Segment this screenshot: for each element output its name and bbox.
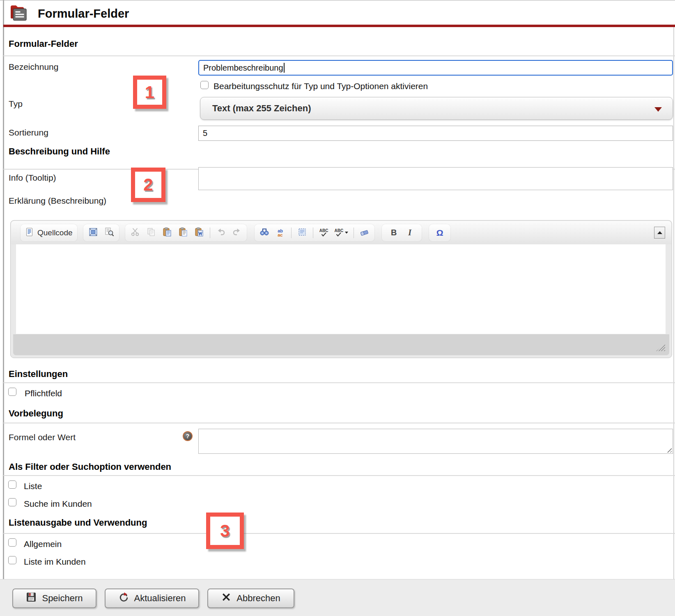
section-title-beschreibung: Beschreibung und Hilfe [9, 146, 110, 157]
redo-icon [232, 227, 242, 239]
text-cursor [284, 63, 285, 73]
annotation-step-3: 3 [206, 513, 244, 549]
help-icon[interactable]: ? [183, 431, 193, 441]
select-all-button[interactable] [297, 226, 308, 240]
section-title-einstellungen: Einstellungen [9, 369, 68, 379]
replace-icon: ab ac [278, 229, 283, 237]
typ-selected-value: Text (max 255 Zeichen) [212, 103, 311, 114]
info-tooltip-label: Info (Tooltip) [9, 173, 56, 183]
collapse-toolbar-icon [657, 231, 662, 234]
refresh-label: Aktualisieren [134, 593, 186, 604]
toolbar-separator [313, 228, 313, 238]
editor-resize-handle[interactable] [656, 344, 665, 351]
cut-button [130, 226, 140, 240]
bezeichnung-value: Problembeschreibung [203, 63, 283, 73]
save-button[interactable]: Speichern [12, 588, 96, 608]
section-divider [3, 475, 675, 476]
section-title-vorbelegung: Vorbelegung [9, 408, 63, 419]
spellcheck-button[interactable]: ABC [319, 226, 329, 240]
page-right-border [673, 27, 674, 579]
section-divider [3, 55, 675, 56]
toolbar-separator [210, 228, 210, 238]
allgemein-label: Allgemein [24, 539, 62, 549]
remove-format-icon [360, 227, 370, 239]
editor-toolbar: Quellcode [11, 221, 671, 244]
special-char-icon: Ω [436, 228, 443, 238]
preview-icon [104, 227, 114, 239]
replace-button[interactable]: ab ac [275, 226, 286, 240]
paste-text-button[interactable] [178, 226, 188, 240]
section-divider [3, 423, 675, 423]
sortierung-label: Sortierung [9, 128, 48, 138]
italic-icon: I [408, 228, 411, 237]
save-label: Speichern [42, 593, 83, 604]
italic-button[interactable]: I [404, 226, 415, 240]
collapse-toolbar-button[interactable] [654, 227, 665, 239]
paste-text-icon [178, 227, 188, 239]
paste-word-icon [194, 227, 204, 239]
formular-felder-page: Formular-Felder Formular-Felder Bezeichn… [0, 0, 675, 616]
find-icon [259, 227, 269, 239]
section-title-listenausgabe: Listenausgabe und Verwendung [9, 517, 147, 528]
cancel-button[interactable]: Abbrechen [207, 588, 294, 608]
copy-button [146, 226, 156, 240]
liste-checkbox[interactable] [8, 480, 16, 489]
remove-format-button[interactable] [359, 226, 370, 240]
undo-icon [216, 227, 226, 239]
bearbeitungsschutz-checkbox[interactable] [200, 81, 209, 89]
section-divider [3, 533, 675, 534]
bold-button[interactable]: B [388, 226, 399, 240]
typ-dropdown[interactable]: Text (max 255 Zeichen) [200, 97, 673, 120]
toolbar-separator [354, 228, 354, 238]
sortierung-input[interactable]: 5 [198, 126, 673, 141]
editor-content-area[interactable] [16, 244, 666, 334]
source-code-button[interactable]: Quellcode [25, 226, 73, 240]
maximize-button[interactable] [88, 226, 99, 240]
allgemein-checkbox[interactable] [8, 538, 16, 547]
info-tooltip-input[interactable] [198, 167, 673, 190]
formel-label: Formel oder Wert [9, 432, 76, 442]
copy-icon [147, 228, 156, 238]
redo-button [232, 226, 242, 240]
typ-label: Typ [9, 99, 23, 109]
refresh-icon [118, 592, 129, 605]
page-left-border [3, 0, 4, 579]
page-title: Formular-Felder [38, 7, 129, 21]
formel-input[interactable] [198, 429, 673, 454]
section-title-filter: Als Filter oder Suchoption verwenden [9, 462, 171, 472]
refresh-button[interactable]: Aktualisieren [105, 588, 199, 608]
save-icon [26, 592, 37, 605]
section-divider [3, 382, 675, 383]
scayt-button[interactable]: ABC [335, 226, 349, 240]
annotation-step-1: 1 [133, 76, 166, 109]
paste-icon [162, 227, 172, 239]
find-button[interactable] [259, 226, 270, 240]
paste-word-button[interactable] [194, 226, 204, 240]
form-folder-icon [9, 3, 28, 25]
rich-text-editor: Quellcode [10, 220, 672, 358]
bezeichnung-input[interactable]: Problembeschreibung [198, 60, 673, 76]
source-code-label: Quellcode [37, 228, 73, 237]
pflichtfeld-label: Pflichtfeld [25, 388, 62, 398]
header-accent-rule [3, 25, 675, 27]
preview-button[interactable] [104, 226, 115, 240]
bearbeitungsschutz-label: Bearbeitungsschutz für Typ und Typ-Optio… [214, 81, 428, 91]
spellcheck-icon: ABC [319, 229, 328, 237]
erklaerung-label: Erklärung (Beschreibung) [9, 196, 106, 206]
cancel-label: Abbrechen [236, 593, 280, 604]
cancel-x-icon [221, 592, 231, 605]
cut-icon [131, 228, 140, 238]
paste-button[interactable] [162, 226, 172, 240]
scayt-dropdown-caret-icon [345, 232, 348, 234]
suche-im-kunden-checkbox[interactable] [8, 498, 16, 506]
pflichtfeld-checkbox[interactable] [8, 388, 16, 396]
sortierung-value: 5 [203, 129, 207, 138]
special-char-button[interactable]: Ω [434, 226, 445, 240]
maximize-icon [88, 227, 98, 239]
page-top-border [0, 0, 675, 1]
select-all-icon [297, 227, 307, 239]
liste-im-kunden-checkbox[interactable] [8, 556, 16, 564]
suche-im-kunden-label: Suche im Kunden [24, 499, 92, 509]
bold-icon: B [391, 228, 397, 237]
footer-action-bar: Speichern Aktualisieren Abbrechen [0, 579, 675, 616]
